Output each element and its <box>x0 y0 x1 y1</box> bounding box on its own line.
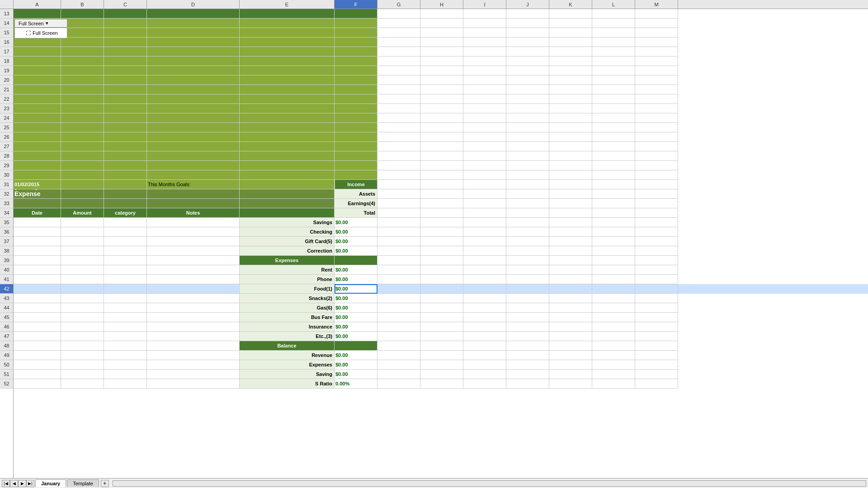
cell-b52[interactable] <box>61 379 104 389</box>
cell-m51[interactable] <box>635 370 678 379</box>
cell-i41[interactable] <box>463 275 506 284</box>
cell-l21[interactable] <box>592 85 635 94</box>
cell-f45-busfare-value[interactable]: $0.00 <box>335 313 377 322</box>
cell-k15[interactable] <box>549 28 592 38</box>
cell-g14[interactable] <box>377 19 420 28</box>
cell-d28[interactable] <box>147 151 240 161</box>
cell-c18[interactable] <box>104 56 147 66</box>
cell-g25[interactable] <box>377 123 420 132</box>
cell-d48[interactable] <box>147 341 240 351</box>
cell-c52[interactable] <box>104 379 147 389</box>
cell-k18[interactable] <box>549 56 592 66</box>
cell-a38[interactable] <box>14 246 61 256</box>
cell-f44-gas-value[interactable]: $0.00 <box>335 303 377 313</box>
cell-c28[interactable] <box>104 151 147 161</box>
cell-d13[interactable] <box>147 9 240 19</box>
cell-m18[interactable] <box>635 56 678 66</box>
cell-k29[interactable] <box>549 161 592 170</box>
cell-c36[interactable] <box>104 227 147 237</box>
cell-i38[interactable] <box>463 246 506 256</box>
cell-b20[interactable] <box>61 75 104 85</box>
cell-c17[interactable] <box>104 47 147 56</box>
cell-a19[interactable] <box>14 66 61 75</box>
cell-g30[interactable] <box>377 170 420 180</box>
cell-c33[interactable] <box>104 199 147 208</box>
cell-b23[interactable] <box>61 104 104 113</box>
cell-e15[interactable] <box>240 28 335 38</box>
cell-m46[interactable] <box>635 322 678 332</box>
cell-h37[interactable] <box>420 237 463 246</box>
cell-k13[interactable] <box>549 9 592 19</box>
cell-i32[interactable] <box>463 189 506 199</box>
cell-k48[interactable] <box>549 341 592 351</box>
cell-g23[interactable] <box>377 104 420 113</box>
cell-m28[interactable] <box>635 151 678 161</box>
cell-m29[interactable] <box>635 161 678 170</box>
cell-a34-date-header[interactable]: Date <box>14 208 61 218</box>
col-header-i[interactable]: I <box>463 0 506 9</box>
col-header-m[interactable]: M <box>635 0 678 9</box>
cell-b27[interactable] <box>61 142 104 151</box>
cell-c48[interactable] <box>104 341 147 351</box>
cell-h43[interactable] <box>420 294 463 303</box>
cell-m22[interactable] <box>635 94 678 104</box>
cell-h29[interactable] <box>420 161 463 170</box>
cell-h14[interactable] <box>420 19 463 28</box>
cell-i47[interactable] <box>463 332 506 341</box>
cell-e30[interactable] <box>240 170 335 180</box>
cell-h21[interactable] <box>420 85 463 94</box>
cell-m49[interactable] <box>635 351 678 360</box>
cell-g32[interactable] <box>377 189 420 199</box>
cell-h24[interactable] <box>420 113 463 123</box>
cell-j21[interactable] <box>506 85 549 94</box>
sheet-tab-template[interactable]: Template <box>67 479 99 487</box>
cell-c29[interactable] <box>104 161 147 170</box>
cell-k17[interactable] <box>549 47 592 56</box>
cell-c20[interactable] <box>104 75 147 85</box>
cell-b31[interactable] <box>61 180 104 189</box>
cell-k39[interactable] <box>549 256 592 265</box>
cell-c22[interactable] <box>104 94 147 104</box>
cell-b30[interactable] <box>61 170 104 180</box>
cell-k45[interactable] <box>549 313 592 322</box>
cell-i20[interactable] <box>463 75 506 85</box>
col-header-a[interactable]: A <box>14 0 61 9</box>
cell-f21[interactable] <box>335 85 377 94</box>
cell-k21[interactable] <box>549 85 592 94</box>
cell-j44[interactable] <box>506 303 549 313</box>
cell-j14[interactable] <box>506 19 549 28</box>
cell-l50[interactable] <box>592 360 635 370</box>
cell-k31[interactable] <box>549 180 592 189</box>
cell-i50[interactable] <box>463 360 506 370</box>
cell-j36[interactable] <box>506 227 549 237</box>
cell-d41[interactable] <box>147 275 240 284</box>
cell-e37-giftcard-label[interactable]: Gift Card(5) <box>240 237 335 246</box>
cell-g16[interactable] <box>377 38 420 47</box>
cell-g15[interactable] <box>377 28 420 38</box>
cell-l15[interactable] <box>592 28 635 38</box>
cell-l28[interactable] <box>592 151 635 161</box>
cell-a30[interactable] <box>14 170 61 180</box>
cell-l13[interactable] <box>592 9 635 19</box>
cell-b13[interactable] <box>61 9 104 19</box>
col-header-k[interactable]: K <box>549 0 592 9</box>
cell-j29[interactable] <box>506 161 549 170</box>
cell-b46[interactable] <box>61 322 104 332</box>
cell-i13[interactable] <box>463 9 506 19</box>
cell-i15[interactable] <box>463 28 506 38</box>
cell-d30[interactable] <box>147 170 240 180</box>
cell-c15[interactable] <box>104 28 147 38</box>
cell-c13[interactable] <box>104 9 147 19</box>
col-header-e[interactable]: E <box>240 0 335 9</box>
cell-i34[interactable] <box>463 208 506 218</box>
cell-g40[interactable] <box>377 265 420 275</box>
cell-a35[interactable] <box>14 218 61 227</box>
cell-g47[interactable] <box>377 332 420 341</box>
cell-b36[interactable] <box>61 227 104 237</box>
cell-d44[interactable] <box>147 303 240 313</box>
cell-c39[interactable] <box>104 256 147 265</box>
cell-d17[interactable] <box>147 47 240 56</box>
cell-f38-correction-value[interactable]: $0.00 <box>335 246 377 256</box>
cell-i27[interactable] <box>463 142 506 151</box>
cell-j33[interactable] <box>506 199 549 208</box>
